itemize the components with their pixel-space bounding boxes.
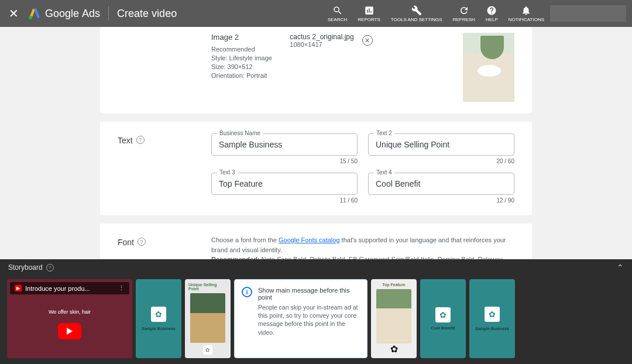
collapse-chevron-icon[interactable]: ⌃ xyxy=(617,263,624,272)
storyboard-frame-business[interactable]: ✿ Sample Business xyxy=(136,279,181,358)
image-row: Image 2 Recommended Style: Lifestyle ima… xyxy=(211,33,514,102)
storyboard-frame-benefit[interactable]: ✿ Cool Benefit xyxy=(420,279,466,358)
frame-image xyxy=(190,293,225,343)
char-counter: 11 / 60 xyxy=(211,197,358,204)
text3-input[interactable] xyxy=(211,173,358,195)
refresh-icon xyxy=(459,5,469,16)
field-label: Text 3 xyxy=(217,169,238,176)
storyboard-header: Storyboard ? ⌃ xyxy=(0,259,632,276)
search-tool[interactable]: SEARCH xyxy=(328,5,347,22)
leaf-icon: ✿ xyxy=(151,307,166,322)
storyboard-frame-feature[interactable]: Top Feature ✿ xyxy=(371,279,417,358)
close-icon[interactable]: ✕ xyxy=(6,4,22,23)
leaf-icon: ✿ xyxy=(435,307,451,322)
image-thumbnail[interactable] xyxy=(463,33,514,102)
help-tool[interactable]: HELP xyxy=(486,5,498,22)
text3-field-wrap: Text 3 11 / 60 xyxy=(211,173,358,204)
storyboard-title: Storyboard xyxy=(8,263,43,272)
reports-icon xyxy=(364,5,375,16)
help-icon[interactable]: ? xyxy=(138,238,146,246)
svg-point-0 xyxy=(29,16,32,19)
storyboard-frame-business-end[interactable]: ✿ Sample Business xyxy=(469,279,515,358)
google-ads-logo: Google Ads xyxy=(28,6,100,20)
search-icon xyxy=(332,5,343,16)
section-label-text: Text xyxy=(118,136,133,145)
reports-tool[interactable]: REPORTS xyxy=(358,5,380,22)
text4-input[interactable] xyxy=(368,173,514,195)
business-name-input[interactable] xyxy=(211,133,358,156)
text-card: Text ? Business Name 15 / 50 Text 2 20 /… xyxy=(100,122,532,215)
char-counter: 12 / 90 xyxy=(368,197,514,204)
storyboard-frame-usp[interactable]: Unique Selling Point ✿ xyxy=(185,279,231,358)
char-counter: 15 / 50 xyxy=(211,158,358,164)
field-label: Business Name xyxy=(217,130,263,136)
logo-text: Google Ads xyxy=(45,8,100,20)
text4-field-wrap: Text 4 12 / 90 xyxy=(368,173,514,204)
image-card: Image 2 Recommended Style: Lifestyle ima… xyxy=(100,27,532,114)
help-icon[interactable]: ? xyxy=(136,136,145,144)
info-body: People can skip your in-stream ad at thi… xyxy=(258,303,360,336)
page-title: Create video xyxy=(117,8,177,20)
remove-image-icon[interactable]: ✕ xyxy=(362,35,373,46)
app-header: ✕ Google Ads Create video SEARCH REPORTS… xyxy=(0,0,632,27)
field-label: Text 2 xyxy=(374,130,394,136)
field-label: Text 4 xyxy=(374,169,394,176)
bell-icon xyxy=(521,5,531,16)
ads-logo-icon xyxy=(28,6,42,20)
help-icon[interactable]: ? xyxy=(46,264,54,272)
video-preview-frame[interactable]: ▶ Introduce your produ... ⋮ We offer ski… xyxy=(7,279,132,358)
frame-image xyxy=(376,289,411,344)
text2-field-wrap: Text 2 20 / 60 xyxy=(368,133,514,164)
header-blank xyxy=(550,5,626,22)
text2-input[interactable] xyxy=(368,133,514,156)
storyboard-panel: Storyboard ? ⌃ ▶ Introduce your produ...… xyxy=(0,259,632,364)
yt-badge-icon: ▶ xyxy=(15,285,22,291)
info-icon: i xyxy=(242,287,252,297)
leaf-icon: ✿ xyxy=(485,307,500,322)
image-recommendations: Recommended Style: Lifestyle image Size:… xyxy=(211,45,278,80)
leaf-icon: ✿ xyxy=(203,345,212,355)
image-dimensions: 1080×1417 xyxy=(290,41,353,48)
char-counter: 20 / 60 xyxy=(368,158,514,164)
fonts-catalog-link[interactable]: Google Fonts catalog xyxy=(279,236,340,243)
help-icon xyxy=(486,5,497,16)
storyboard-info-card: i Show main message before this point Pe… xyxy=(234,279,367,358)
header-tools: SEARCH REPORTS TOOLS AND SETTINGS REFRES… xyxy=(328,5,544,22)
notifications-tool[interactable]: NOTIFICATIONS xyxy=(509,5,544,22)
section-label-font: Font xyxy=(118,238,134,247)
storyboard-frames: ▶ Introduce your produ... ⋮ We offer ski… xyxy=(0,276,632,364)
youtube-title-bar: ▶ Introduce your produ... ⋮ xyxy=(10,282,129,294)
leaf-icon: ✿ xyxy=(390,344,398,355)
image-filename: cactus 2_original.jpg xyxy=(290,33,353,41)
info-title: Show main message before this point xyxy=(258,287,360,301)
business-name-field-wrap: Business Name 15 / 50 xyxy=(211,133,358,164)
refresh-tool[interactable]: REFRESH xyxy=(453,5,475,22)
menu-icon[interactable]: ⋮ xyxy=(118,284,125,292)
image-title: Image 2 xyxy=(211,33,278,42)
play-button-icon[interactable] xyxy=(58,323,81,339)
divider xyxy=(108,6,109,20)
image-file-info: cactus 2_original.jpg 1080×1417 ✕ xyxy=(290,33,372,48)
tools-settings-tool[interactable]: TOOLS AND SETTINGS xyxy=(391,5,442,22)
wrench-icon xyxy=(411,5,422,16)
